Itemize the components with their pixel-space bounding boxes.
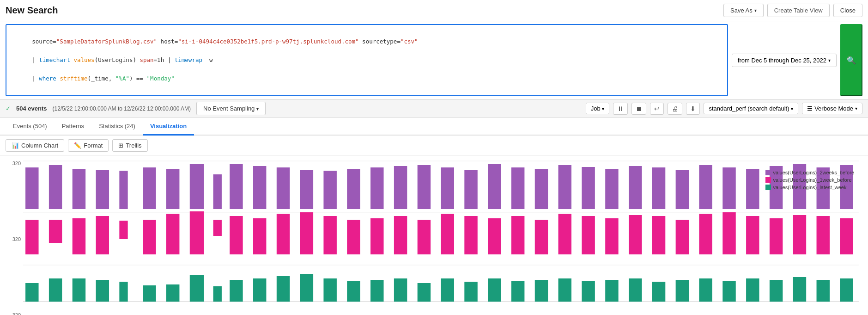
svg-rect-57: [418, 220, 431, 254]
svg-rect-19: [370, 167, 383, 209]
svg-rect-111: [840, 278, 853, 302]
svg-rect-12: [213, 174, 222, 209]
svg-rect-91: [370, 280, 383, 302]
svg-rect-107: [746, 278, 759, 302]
svg-rect-22: [441, 167, 454, 209]
svg-rect-74: [817, 216, 830, 254]
svg-rect-11: [190, 164, 204, 209]
job-button[interactable]: Job ▾: [586, 103, 610, 114]
date-range-text: from Dec 5 through Dec 25, 2022: [738, 57, 826, 64]
bar-chart-icon: 📊: [12, 142, 19, 149]
pencil-icon: ✏️: [74, 142, 81, 149]
legend-item-1week: values(UserLogins)_1week_before: [765, 177, 854, 183]
chevron-down-icon: ▾: [828, 58, 831, 63]
svg-rect-89: [323, 278, 336, 302]
svg-rect-64: [582, 216, 595, 254]
svg-rect-93: [418, 283, 431, 302]
export-button[interactable]: ⬇: [686, 103, 700, 115]
svg-rect-101: [605, 280, 618, 302]
svg-rect-27: [558, 165, 571, 209]
chevron-down-icon: ▾: [602, 106, 604, 111]
svg-rect-106: [722, 281, 735, 302]
top-bar: New Search Save As ▾ Create Table View C…: [0, 0, 868, 21]
close-button[interactable]: Close: [833, 4, 862, 17]
svg-rect-55: [370, 218, 383, 254]
status-check-icon: ✓: [6, 105, 11, 112]
time-range: (12/5/22 12:00:00.000 AM to 12/26/22 12:…: [53, 105, 191, 112]
svg-rect-52: [300, 212, 313, 254]
create-table-view-button[interactable]: Create Table View: [767, 4, 830, 17]
svg-rect-53: [323, 216, 336, 254]
svg-rect-7: [96, 170, 109, 209]
pause-button[interactable]: ⏸: [613, 103, 628, 115]
print-button[interactable]: 🖨: [668, 103, 682, 115]
search-run-button[interactable]: 🔍: [840, 24, 862, 96]
svg-rect-110: [817, 280, 830, 302]
svg-rect-46: [166, 214, 179, 254]
column-chart-button[interactable]: 📊 Column Chart: [6, 139, 64, 152]
svg-rect-42: [73, 218, 85, 254]
svg-rect-87: [277, 276, 290, 302]
legend-item-2weeks: values(UserLogins)_2weeks_before: [765, 170, 854, 175]
svg-rect-24: [488, 164, 501, 209]
viz-toolbar: 📊 Column Chart ✏️ Format ⊞ Trellis: [0, 136, 868, 156]
svg-rect-97: [511, 281, 524, 302]
svg-rect-5: [49, 165, 62, 209]
svg-rect-102: [629, 278, 642, 302]
svg-rect-82: [166, 284, 179, 302]
legend-color-1week: [765, 177, 771, 183]
svg-rect-77: [49, 278, 62, 302]
svg-rect-45: [143, 220, 156, 254]
svg-rect-86: [253, 278, 266, 302]
svg-rect-35: [746, 169, 759, 209]
search-input[interactable]: source="SampleDataforSplunkBlog.csv" hos…: [6, 24, 728, 96]
tab-statistics[interactable]: Statistics (24): [91, 118, 143, 136]
legend-color-latest: [765, 185, 771, 190]
svg-rect-23: [464, 170, 477, 209]
svg-rect-34: [722, 167, 735, 209]
svg-rect-63: [558, 214, 571, 254]
svg-rect-16: [300, 170, 313, 209]
svg-rect-6: [73, 169, 85, 209]
svg-rect-60: [488, 218, 501, 254]
search-bar-section: source="SampleDataforSplunkBlog.csv" hos…: [0, 21, 868, 99]
svg-rect-65: [605, 218, 618, 254]
tab-visualization[interactable]: Visualization: [143, 118, 194, 136]
svg-rect-90: [347, 281, 360, 302]
tabs-bar: Events (504) Patterns Statistics (24) Vi…: [0, 118, 868, 136]
svg-rect-18: [347, 169, 360, 209]
svg-rect-10: [166, 169, 179, 209]
svg-rect-61: [511, 216, 524, 254]
svg-rect-76: [25, 283, 38, 302]
svg-rect-9: [143, 167, 156, 209]
standard-perf-button[interactable]: standard_perf (search default) ▾: [704, 103, 798, 114]
svg-rect-32: [676, 170, 689, 209]
svg-rect-49: [230, 216, 243, 254]
svg-rect-108: [770, 280, 783, 302]
svg-rect-58: [441, 214, 454, 254]
chevron-down-icon: ▾: [256, 106, 259, 111]
svg-rect-59: [464, 216, 477, 254]
svg-rect-67: [652, 216, 665, 254]
format-button[interactable]: ✏️ Format: [68, 139, 109, 152]
save-as-button[interactable]: Save As ▾: [723, 4, 764, 17]
event-sampling-button[interactable]: No Event Sampling ▾: [196, 102, 266, 115]
verbose-mode-button[interactable]: ☰ Verbose Mode ▾: [802, 103, 862, 114]
svg-rect-51: [277, 214, 290, 254]
date-range-button[interactable]: from Dec 5 through Dec 25, 2022 ▾: [732, 54, 837, 67]
svg-rect-48: [213, 220, 222, 236]
svg-rect-68: [676, 220, 689, 254]
svg-rect-50: [253, 218, 266, 254]
verbose-icon: ☰: [807, 105, 813, 112]
status-bar: ✓ 504 events (12/5/22 12:00:00.000 AM to…: [0, 99, 868, 118]
tab-patterns[interactable]: Patterns: [55, 118, 91, 136]
refresh-button[interactable]: ↩: [650, 103, 664, 115]
stop-button[interactable]: ⏹: [631, 103, 646, 115]
svg-rect-8: [119, 171, 127, 209]
search-query-text: source="SampleDataforSplunkBlog.csv" hos…: [11, 28, 418, 93]
svg-rect-92: [394, 278, 407, 302]
svg-rect-33: [699, 165, 712, 209]
tab-events[interactable]: Events (504): [6, 118, 55, 136]
svg-rect-26: [535, 169, 548, 209]
trellis-button[interactable]: ⊞ Trellis: [112, 139, 147, 152]
